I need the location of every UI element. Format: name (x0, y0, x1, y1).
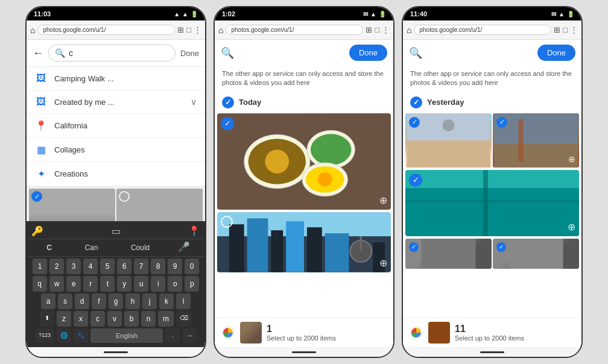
key-e[interactable]: e (66, 276, 81, 292)
key-0[interactable]: 0 (185, 259, 199, 274)
suggestion-can[interactable]: Can (80, 241, 103, 254)
food-photo-container[interactable]: ✓ ⊕ (217, 113, 391, 210)
done-button-2[interactable]: Done (349, 45, 387, 61)
suggestion-c[interactable]: C (42, 241, 57, 254)
space-key[interactable]: English (90, 328, 163, 343)
section-check-3: ✓ (410, 96, 422, 108)
aerial-photo-container[interactable]: ✓ ⊕ (405, 170, 579, 236)
bottom-bar-3: 11 Select up to 2000 items (403, 318, 581, 347)
home-icon-2[interactable]: ⌂ (218, 25, 223, 35)
translate-icon-3[interactable]: ⊞ (554, 25, 560, 34)
key-n[interactable]: n (141, 311, 156, 327)
key-9[interactable]: 9 (168, 259, 182, 274)
home-icon-1[interactable]: ⌂ (30, 25, 35, 35)
tab-icon-3[interactable]: □ (563, 25, 568, 34)
key-w[interactable]: w (49, 276, 65, 292)
key-icon[interactable]: 🔑 (31, 225, 43, 237)
key-p[interactable]: p (185, 276, 199, 292)
key-4[interactable]: 4 (83, 259, 98, 274)
key-k[interactable]: k (159, 293, 174, 309)
beach-photo-1[interactable]: ✓ (405, 113, 492, 168)
key-x[interactable]: x (74, 311, 88, 327)
city-photo-circle (221, 216, 233, 228)
suggestion-could[interactable]: Could (126, 241, 154, 254)
paw-key[interactable]: 🐾 (74, 328, 88, 343)
key-2[interactable]: 2 (49, 259, 64, 274)
misc-photo-1[interactable]: ✓ (405, 239, 492, 269)
key-d[interactable]: d (75, 293, 89, 309)
item-count-3: 11 (455, 324, 524, 334)
menu-icon[interactable]: ⋮ (194, 25, 201, 34)
key-y[interactable]: y (117, 276, 131, 292)
key-3[interactable]: 3 (66, 259, 81, 274)
aerial-zoom: ⊕ (568, 221, 575, 233)
enter-key[interactable]: → (182, 328, 197, 343)
key-6[interactable]: 6 (117, 259, 131, 274)
search-icon-2[interactable]: 🔍 (221, 46, 234, 60)
beach2-check: ✓ (496, 117, 507, 128)
key-s[interactable]: s (58, 293, 72, 309)
key-j[interactable]: j (142, 293, 157, 309)
misc-photo-2[interactable]: ✓ (493, 239, 579, 269)
url-bar-2[interactable]: photos.google.com/u/1/ (226, 25, 363, 35)
browser-bar-1: ⌂ photos.google.com/u/1/ ⊞ □ ⋮ (27, 20, 205, 40)
key-r[interactable]: r (83, 276, 98, 292)
status-icons-1: ▲ ▲ 🔋 (174, 11, 198, 17)
url-bar-1[interactable]: photos.google.com/u/1/ (37, 25, 175, 35)
key-o[interactable]: o (168, 276, 182, 292)
signal-icon-2: ▲ (370, 11, 376, 17)
delete-key[interactable]: ⌫ (176, 311, 192, 327)
gesture-line-1 (104, 351, 128, 353)
tab-icon[interactable]: □ (186, 25, 191, 34)
key-f[interactable]: f (92, 293, 106, 309)
url-bar-3[interactable]: photos.google.com/u/1/ (414, 25, 551, 35)
key-m[interactable]: m (158, 311, 174, 327)
tab-icon-2[interactable]: □ (375, 25, 379, 34)
mic-icon[interactable]: 🎤 (178, 241, 190, 254)
search-input[interactable]: c (69, 48, 169, 58)
period-key[interactable]: . (165, 328, 180, 343)
search-box[interactable]: 🔍 c (48, 45, 176, 61)
key-z[interactable]: z (57, 311, 71, 327)
misc1-check: ✓ (409, 242, 419, 252)
city-photo-container[interactable]: ⊕ (217, 212, 391, 272)
bottom-bar-2: 1 Select up to 2000 items (215, 318, 393, 347)
key-g[interactable]: g (109, 293, 123, 309)
autocomplete-item-california[interactable]: 📍 California (27, 114, 205, 138)
key-7[interactable]: 7 (134, 259, 148, 274)
beach-photo-2[interactable]: ✓ ⊕ (493, 113, 579, 168)
key-5[interactable]: 5 (100, 259, 115, 274)
key-c[interactable]: c (90, 311, 105, 327)
autocomplete-item-camping[interactable]: 🖼 Camping Walk ... (27, 67, 205, 90)
shift-key[interactable]: ⬆ (40, 311, 54, 327)
key-h[interactable]: h (125, 293, 140, 309)
key-1[interactable]: 1 (33, 259, 47, 274)
translate-icon-2[interactable]: ⊞ (366, 25, 372, 34)
key-q[interactable]: q (33, 276, 47, 292)
back-button[interactable]: ← (33, 47, 43, 60)
menu-icon-2[interactable]: ⋮ (382, 25, 390, 34)
search-icon-3[interactable]: 🔍 (409, 46, 422, 60)
key-b[interactable]: b (124, 311, 139, 327)
key-t[interactable]: t (100, 276, 115, 292)
numeric-key[interactable]: ?123 (35, 328, 54, 343)
done-button-1[interactable]: Done (180, 49, 199, 58)
key-a[interactable]: a (41, 293, 55, 309)
location-tool-icon[interactable]: 📍 (188, 225, 200, 237)
photo-2[interactable] (116, 189, 203, 221)
autocomplete-item-creations[interactable]: ✦ Creations (27, 162, 205, 186)
key-u[interactable]: u (134, 276, 148, 292)
key-8[interactable]: 8 (151, 259, 165, 274)
done-button-3[interactable]: Done (537, 45, 575, 61)
autocomplete-item-collages[interactable]: ▦ Collages (27, 138, 205, 162)
autocomplete-item-created[interactable]: 🖼 Created by me ... ∨ (27, 90, 205, 114)
home-icon-3[interactable]: ⌂ (407, 25, 411, 35)
clipboard-icon[interactable]: ▭ (112, 225, 121, 237)
key-i[interactable]: i (151, 276, 165, 292)
photo-1[interactable]: ✓ (29, 189, 115, 221)
menu-icon-3[interactable]: ⋮ (570, 25, 578, 34)
key-l[interactable]: l (176, 293, 191, 309)
translate-icon[interactable]: ⊞ (177, 25, 184, 34)
key-v[interactable]: v (107, 311, 122, 327)
globe-key[interactable]: 🌐 (57, 328, 71, 343)
